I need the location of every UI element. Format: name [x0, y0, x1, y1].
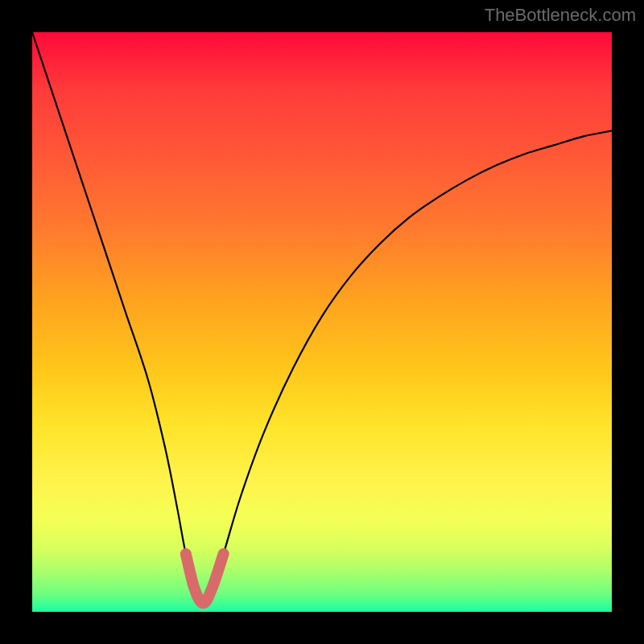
plot-area: [32, 32, 612, 612]
curve-layer: [32, 32, 612, 612]
curve-minimum-highlight: [186, 554, 224, 603]
watermark-text: TheBottleneck.com: [485, 5, 636, 26]
chart-frame: TheBottleneck.com: [0, 0, 644, 644]
bottleneck-curve: [32, 32, 612, 603]
